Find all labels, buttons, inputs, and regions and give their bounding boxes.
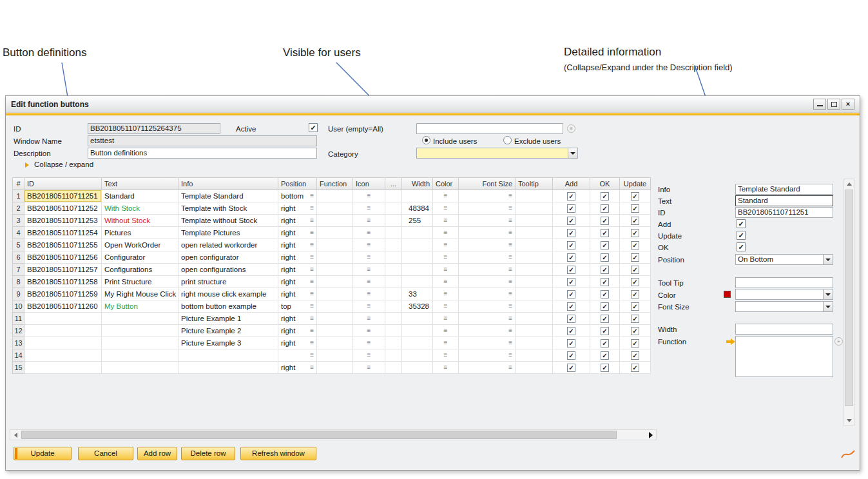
column-header[interactable]: Add <box>553 177 590 190</box>
column-header[interactable]: OK <box>590 177 620 190</box>
cell-menu-icon[interactable]: ≡ <box>367 352 371 358</box>
cell-fontsize[interactable]: ≡ <box>459 227 516 239</box>
cell-tooltip[interactable] <box>516 288 553 300</box>
cell-tooltip[interactable] <box>516 251 553 264</box>
cell-icon[interactable]: ≡ <box>353 251 385 264</box>
cell-info[interactable]: right mouse click example <box>178 288 278 300</box>
exclude-users-radio[interactable] <box>503 136 512 144</box>
add-checkbox[interactable]: ✓ <box>567 192 575 200</box>
cell-fontsize[interactable]: ≡ <box>459 202 516 215</box>
collapse-expand-link[interactable]: Collapse / expand <box>34 161 93 168</box>
cell-more[interactable] <box>385 288 402 300</box>
cell-more[interactable] <box>385 264 402 276</box>
chevron-down-icon[interactable] <box>568 148 578 159</box>
cell-function[interactable] <box>317 227 353 239</box>
cell-id[interactable]: BB201805110711253 <box>24 215 102 227</box>
cell-menu-icon[interactable]: ≡ <box>444 193 448 199</box>
cell-menu-icon[interactable]: ≡ <box>508 254 512 260</box>
cell-function[interactable] <box>317 313 353 325</box>
row-number[interactable]: 2 <box>13 202 24 215</box>
cell-icon[interactable]: ≡ <box>353 202 385 215</box>
add-checkbox[interactable]: ✓ <box>567 290 575 298</box>
add-checkbox[interactable]: ✓ <box>567 315 575 323</box>
detail-function-field[interactable] <box>735 336 833 377</box>
cell-width[interactable]: 255 <box>402 215 433 227</box>
cell-text[interactable]: Pictures <box>102 227 178 239</box>
add-checkbox[interactable]: ✓ <box>567 364 575 372</box>
row-number[interactable]: 10 <box>13 300 24 313</box>
ok-checkbox[interactable]: ✓ <box>601 241 609 249</box>
cell-position[interactable]: right≡ <box>278 362 317 374</box>
cell-id[interactable] <box>24 313 102 325</box>
column-header[interactable]: # <box>13 177 24 190</box>
cell-menu-icon[interactable]: ≡ <box>508 242 512 248</box>
cell-position[interactable]: right≡ <box>278 202 317 215</box>
cell-text[interactable]: Print Structure <box>102 276 178 288</box>
cell-id[interactable] <box>24 362 102 374</box>
chevron-down-icon[interactable] <box>823 254 833 265</box>
horizontal-scrollbar[interactable] <box>10 429 657 440</box>
update-checkbox[interactable]: ✓ <box>631 351 639 360</box>
cell-menu-icon[interactable]: ≡ <box>367 303 371 309</box>
cell-id[interactable] <box>24 349 102 362</box>
cell-function[interactable] <box>317 239 353 251</box>
cell-position[interactable]: right≡ <box>278 215 317 227</box>
cell-info[interactable]: Picture Example 1 <box>178 313 278 325</box>
row-number[interactable]: 15 <box>13 362 24 374</box>
add-checkbox[interactable]: ✓ <box>567 327 575 335</box>
cell-menu-icon[interactable]: ≡ <box>444 364 448 371</box>
cell-color[interactable]: ≡ <box>433 190 459 202</box>
chevron-down-icon[interactable] <box>823 289 833 300</box>
cell-color[interactable]: ≡ <box>433 349 459 362</box>
close-button[interactable]: × <box>842 99 854 110</box>
cell-icon[interactable]: ≡ <box>353 264 385 276</box>
choose-from-list-icon[interactable]: ≡ <box>834 337 843 346</box>
ok-checkbox[interactable]: ✓ <box>601 204 609 213</box>
row-number[interactable]: 6 <box>13 251 24 264</box>
column-header[interactable]: Tooltip <box>516 177 553 190</box>
cell-icon[interactable]: ≡ <box>353 215 385 227</box>
cell-more[interactable] <box>385 251 402 264</box>
cell-menu-icon[interactable]: ≡ <box>367 266 371 273</box>
cell-menu-icon[interactable]: ≡ <box>310 291 314 297</box>
detail-color-select[interactable] <box>735 289 833 300</box>
cell-menu-icon[interactable]: ≡ <box>508 193 512 199</box>
cell-info[interactable]: Picture Example 3 <box>178 337 278 349</box>
cell-function[interactable] <box>317 276 353 288</box>
ok-checkbox[interactable]: ✓ <box>601 278 609 286</box>
add-checkbox[interactable]: ✓ <box>567 204 575 213</box>
cell-id[interactable] <box>24 337 102 349</box>
update-button[interactable]: Update <box>14 447 72 460</box>
cell-fontsize[interactable]: ≡ <box>459 349 516 362</box>
cell-text[interactable]: Standard <box>102 190 178 202</box>
cancel-button[interactable]: Cancel <box>78 447 133 460</box>
cell-tooltip[interactable] <box>516 264 553 276</box>
update-checkbox[interactable]: ✓ <box>631 327 639 335</box>
cell-menu-icon[interactable]: ≡ <box>367 315 371 322</box>
add-checkbox[interactable]: ✓ <box>567 217 575 225</box>
column-header[interactable]: Font Size <box>459 177 516 190</box>
detail-id-field[interactable]: BB201805110711251 <box>735 207 833 218</box>
cell-menu-icon[interactable]: ≡ <box>444 254 448 260</box>
cell-fontsize[interactable]: ≡ <box>459 362 516 374</box>
cell-more[interactable] <box>385 239 402 251</box>
cell-menu-icon[interactable]: ≡ <box>310 254 314 260</box>
cell-id[interactable]: BB201805110711259 <box>24 288 102 300</box>
cell-menu-icon[interactable]: ≡ <box>444 279 448 285</box>
cell-icon[interactable]: ≡ <box>353 190 385 202</box>
ok-checkbox[interactable]: ✓ <box>601 315 609 323</box>
cell-more[interactable] <box>385 276 402 288</box>
cell-color[interactable]: ≡ <box>433 337 459 349</box>
cell-menu-icon[interactable]: ≡ <box>508 205 512 211</box>
cell-info[interactable] <box>178 362 278 374</box>
cell-fontsize[interactable]: ≡ <box>459 276 516 288</box>
cell-menu-icon[interactable]: ≡ <box>367 340 371 346</box>
ok-checkbox[interactable]: ✓ <box>601 290 609 298</box>
update-checkbox[interactable]: ✓ <box>631 241 639 249</box>
cell-menu-icon[interactable]: ≡ <box>444 230 448 236</box>
row-number[interactable]: 3 <box>13 215 24 227</box>
cell-fontsize[interactable]: ≡ <box>459 313 516 325</box>
column-header[interactable]: Width <box>402 177 433 190</box>
cell-menu-icon[interactable]: ≡ <box>508 230 512 236</box>
cell-position[interactable]: top≡ <box>278 300 317 313</box>
